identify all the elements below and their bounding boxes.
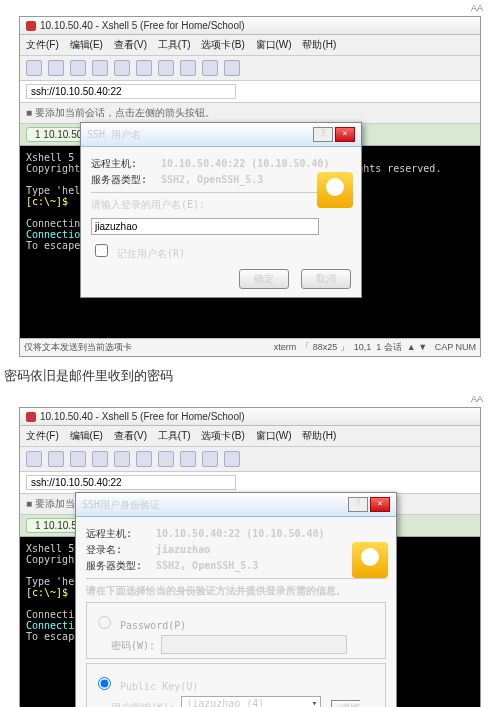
help-button[interactable]: ?: [313, 127, 333, 142]
user-key-combo[interactable]: jiazuzhao (4): [181, 696, 321, 707]
publickey-group: Public Key(U) 用户密钥(K): jiazuzhao (4) 浏览(…: [86, 663, 386, 707]
xshell-window-1: 10.10.50.40 - Xshell 5 (Free for Home/Sc…: [19, 16, 481, 357]
app-icon: [26, 412, 36, 422]
xshell-window-2: 10.10.50.40 - Xshell 5 (Free for Home/Sc…: [19, 407, 481, 707]
toolbar: [20, 447, 480, 472]
toolbar: [20, 56, 480, 81]
address-bar: [20, 472, 480, 494]
dialog-titlebar: SSH用户身份验证 ? ×: [76, 493, 396, 517]
menu-window[interactable]: 窗口(W): [256, 39, 292, 50]
cancel-button[interactable]: 取消: [301, 269, 351, 289]
toolbar-button[interactable]: [158, 60, 174, 76]
dialog-title: SSH用户身份验证: [82, 498, 160, 512]
window-titlebar: 10.10.50.40 - Xshell 5 (Free for Home/Sc…: [20, 408, 480, 426]
radio-publickey[interactable]: Public Key(U): [93, 681, 198, 692]
app-icon: [26, 21, 36, 31]
username-prompt: 请输入登录的用户名(E):: [91, 198, 351, 212]
menu-tabs[interactable]: 选项卡(B): [201, 39, 244, 50]
auth-instruction: 请在下面选择恰当的身份验证方法并提供登录所需的信息。: [86, 584, 386, 598]
menu-edit[interactable]: 编辑(E): [70, 39, 103, 50]
terminal-2[interactable]: Xshell 5 (Bui Copyright (c) Type 'help' …: [20, 537, 480, 707]
status-bar: 仅将文本发送到当前选项卡 xterm 「 88x25 」 10,1 1 会话 ▲…: [20, 338, 480, 356]
close-button[interactable]: ×: [370, 497, 390, 512]
menu-file[interactable]: 文件(F): [26, 39, 59, 50]
window-titlebar: 10.10.50.40 - Xshell 5 (Free for Home/Sc…: [20, 17, 480, 35]
menu-view[interactable]: 查看(V): [114, 39, 147, 50]
dialog-title: SSH 用户名: [87, 128, 141, 142]
toolbar-button[interactable]: [224, 60, 240, 76]
toolbar-button[interactable]: [180, 60, 196, 76]
address-input[interactable]: [26, 84, 236, 99]
address-bar: [20, 81, 480, 103]
toolbar-button[interactable]: [70, 60, 86, 76]
window-title: 10.10.50.40 - Xshell 5 (Free for Home/Sc…: [40, 20, 245, 31]
menu-bar[interactable]: 文件(F) 编辑(E) 查看(V) 工具(T) 选项卡(B) 窗口(W) 帮助(…: [20, 426, 480, 447]
radio-password[interactable]: Password(P): [93, 620, 186, 631]
menu-help[interactable]: 帮助(H): [302, 39, 336, 50]
toolbar-button[interactable]: [92, 60, 108, 76]
address-input[interactable]: [26, 475, 236, 490]
terminal-1[interactable]: Xshell 5 (Build 0964) Copyright (c) 2002…: [20, 146, 480, 338]
host-value: 10.10.50.40:22 (10.10.50.40): [161, 158, 330, 169]
password-input: [161, 635, 347, 654]
toolbar-button[interactable]: [202, 60, 218, 76]
window-title: 10.10.50.40 - Xshell 5 (Free for Home/Sc…: [40, 411, 245, 422]
toolbar-button[interactable]: [48, 60, 64, 76]
close-button[interactable]: ×: [335, 127, 355, 142]
server-label: 服务器类型:: [91, 173, 161, 187]
page-top-bar: AA: [2, 0, 498, 16]
host-label: 远程主机:: [91, 157, 161, 171]
menu-bar[interactable]: 文件(F) 编辑(E) 查看(V) 工具(T) 选项卡(B) 窗口(W) 帮助(…: [20, 35, 480, 56]
ok-button[interactable]: 确定: [239, 269, 289, 289]
page-top-bar-2: AA: [2, 391, 498, 407]
toolbar-button[interactable]: [26, 60, 42, 76]
password-group: Password(P) 密码(W):: [86, 602, 386, 659]
user-icon: [317, 172, 353, 208]
session-hint: ■ 要添加当前会话，点击左侧的箭头按钮。: [20, 103, 480, 124]
ssh-auth-dialog: SSH用户身份验证 ? × 远程主机:10.10.50.40:22 (10.10…: [75, 492, 397, 707]
user-icon: [352, 542, 388, 578]
ssh-username-dialog: SSH 用户名 ? × 远程主机:10.10.50.40:22 (10.10.5…: [80, 122, 362, 298]
help-button[interactable]: ?: [348, 497, 368, 512]
toolbar-button[interactable]: [136, 60, 152, 76]
server-value: SSH2, OpenSSH_5.3: [161, 174, 263, 185]
status-left: 仅将文本发送到当前选项卡: [24, 341, 132, 354]
caption-text: 密码依旧是邮件里收到的密码: [2, 361, 498, 391]
remember-username[interactable]: 记住用户名(R): [91, 248, 185, 259]
dialog-titlebar: SSH 用户名 ? ×: [81, 123, 361, 147]
toolbar-button[interactable]: [114, 60, 130, 76]
username-input[interactable]: [91, 218, 319, 235]
menu-tools[interactable]: 工具(T): [158, 39, 191, 50]
